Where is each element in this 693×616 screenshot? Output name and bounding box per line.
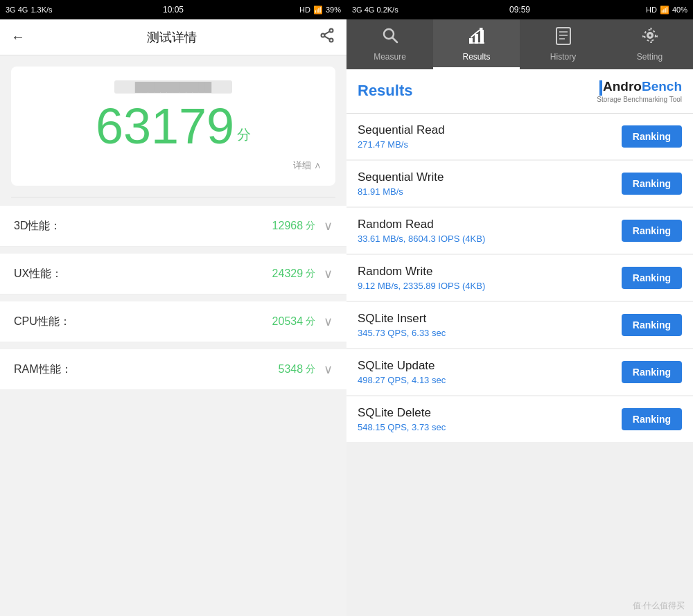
status-bar-right: 3G 4G 0.2K/s 09:59 HD 📶 40%	[346, 0, 693, 19]
right-panel: 3G 4G 0.2K/s 09:59 HD 📶 40% Measure	[346, 0, 693, 616]
perf-item-ux[interactable]: UX性能： 24329 分 ∨	[0, 254, 346, 294]
ranking-btn-sqlite-update[interactable]: Ranking	[622, 361, 682, 383]
perf-label-ram: RAM性能：	[14, 362, 72, 377]
ranking-btn-sqlite-delete[interactable]: Ranking	[622, 408, 682, 430]
androbench-logo: AndroBench Storage Benchmarking Tool	[597, 79, 682, 103]
perf-item-cpu[interactable]: CPU性能： 20534 分 ∨	[0, 301, 346, 342]
share-button[interactable]	[319, 27, 335, 47]
bench-name-seq-write: Sequential Write	[358, 170, 444, 184]
perf-value-cpu: 20534	[272, 315, 304, 328]
bench-name-rand-write: Random Write	[358, 265, 485, 279]
detail-link[interactable]: 详细 ∧	[293, 159, 322, 172]
svg-point-2	[330, 39, 333, 42]
history-icon	[554, 26, 573, 49]
perf-value-ram: 5348	[279, 363, 304, 376]
status-bar-left: 3G 4G 1.3K/s 10:05 HD 📶 39%	[0, 0, 346, 19]
bench-info-seq-write: Sequential Write 81.91 MB/s	[358, 170, 444, 197]
bench-item-seq-write: Sequential Write 81.91 MB/s Ranking	[346, 161, 693, 206]
status-right-items-right: HD 📶 40%	[646, 6, 687, 15]
time-right: 09:59	[509, 5, 530, 15]
ranking-btn-rand-write[interactable]: Ranking	[622, 267, 682, 289]
page-title: 测试详情	[147, 29, 197, 46]
perf-unit-3d: 分	[303, 220, 315, 232]
tab-results[interactable]: Results	[433, 19, 520, 69]
status-left-items-right: 3G 4G 0.2K/s	[352, 6, 398, 14]
svg-rect-8	[475, 34, 478, 44]
back-button[interactable]: ←	[11, 29, 25, 45]
network-right: 3G 4G	[352, 6, 374, 14]
perf-item-ram[interactable]: RAM性能： 5348 分 ∨	[0, 349, 346, 390]
logo-text: AndroBench	[597, 79, 682, 96]
tab-setting-label: Setting	[637, 52, 663, 62]
svg-rect-11	[556, 28, 570, 44]
svg-point-1	[322, 34, 325, 37]
ranking-btn-sqlite-insert[interactable]: Ranking	[622, 314, 682, 336]
ranking-btn-seq-write[interactable]: Ranking	[622, 173, 682, 195]
tab-history[interactable]: History	[520, 19, 606, 69]
svg-point-17	[644, 30, 656, 41]
score-card: ████████████ 63179分 详细 ∧	[11, 67, 335, 186]
device-label: ████████████	[114, 80, 233, 94]
benchmark-list: Sequential Read 271.47 MB/s Ranking Sequ…	[346, 114, 693, 595]
setting-icon	[640, 26, 660, 49]
logo-sub: Storage Benchmarking Tool	[597, 96, 682, 103]
speed-left: 1.3K/s	[30, 6, 52, 14]
watermark-bar: 值·什么值得买	[346, 595, 693, 616]
watermark: 值·什么值得买	[633, 600, 685, 612]
bench-name-rand-read: Random Read	[358, 218, 485, 231]
bench-value-sqlite-insert: 345.73 QPS, 6.33 sec	[358, 328, 446, 338]
perf-unit-ux: 分	[303, 267, 315, 280]
status-left-items: 3G 4G 1.3K/s	[6, 6, 53, 14]
tab-bar: Measure Results	[346, 19, 693, 69]
svg-line-3	[324, 31, 329, 34]
results-header: Results AndroBench Storage Benchmarking …	[346, 69, 693, 114]
status-right-items-left: HD 📶 39%	[299, 6, 341, 15]
tab-measure[interactable]: Measure	[346, 19, 433, 69]
bench-value-sqlite-delete: 548.15 QPS, 3.73 sec	[358, 422, 446, 432]
main-score: 63179	[96, 98, 234, 154]
left-content: ████████████ 63179分 详细 ∧ 3D性能： 12968 分 ∨…	[0, 55, 346, 616]
perf-item-3d[interactable]: 3D性能： 12968 分 ∨	[0, 206, 346, 247]
results-title: Results	[358, 82, 412, 100]
svg-point-0	[330, 29, 333, 33]
hd-right: HD	[646, 6, 657, 14]
score-unit: 分	[237, 127, 251, 142]
perf-value-3d: 12968	[272, 220, 304, 232]
chevron-ram: ∨	[324, 362, 333, 377]
bench-item-rand-write: Random Write 9.12 MB/s, 2335.89 IOPS (4K…	[346, 255, 693, 301]
tab-measure-label: Measure	[374, 52, 406, 62]
chevron-3d: ∨	[324, 218, 333, 234]
results-icon	[467, 26, 486, 49]
top-bar-left: ← 测试详情	[0, 19, 346, 55]
network-indicator-left: 3G 4G	[6, 6, 28, 14]
bench-info-rand-write: Random Write 9.12 MB/s, 2335.89 IOPS (4K…	[358, 265, 485, 291]
perf-unit-ram: 分	[303, 363, 315, 376]
chevron-cpu: ∨	[324, 314, 333, 329]
bench-item-seq-read: Sequential Read 271.47 MB/s Ranking	[346, 114, 693, 159]
bench-name-sqlite-delete: SQLite Delete	[358, 406, 446, 420]
bench-name-seq-read: Sequential Read	[358, 123, 445, 137]
wifi-right: 📶	[660, 6, 669, 15]
bench-item-rand-read: Random Read 33.61 MB/s, 8604.3 IOPS (4KB…	[346, 208, 693, 254]
svg-line-4	[324, 36, 329, 39]
tab-results-label: Results	[462, 52, 490, 62]
tab-setting[interactable]: Setting	[606, 19, 693, 69]
ranking-btn-rand-read[interactable]: Ranking	[622, 220, 682, 242]
bench-info-seq-read: Sequential Read 271.47 MB/s	[358, 123, 445, 150]
perf-value-ux: 24329	[272, 267, 304, 280]
speed-right: 0.2K/s	[376, 6, 398, 14]
time-left: 10:05	[163, 5, 184, 15]
logo-bar	[599, 80, 602, 96]
left-panel: 3G 4G 1.3K/s 10:05 HD 📶 39% ← 测试详情	[0, 0, 346, 616]
bench-item-sqlite-insert: SQLite Insert 345.73 QPS, 6.33 sec Ranki…	[346, 302, 693, 348]
perf-label-ux: UX性能：	[14, 267, 62, 281]
bench-name-sqlite-insert: SQLite Insert	[358, 312, 446, 326]
svg-line-6	[392, 37, 397, 42]
bench-value-rand-write: 9.12 MB/s, 2335.89 IOPS (4KB)	[358, 281, 485, 291]
perf-label-3d: 3D性能：	[14, 219, 61, 234]
main-score-display: 63179分	[96, 99, 251, 154]
chevron-ux: ∨	[324, 266, 333, 281]
ranking-btn-seq-read[interactable]: Ranking	[622, 125, 682, 148]
bench-value-rand-read: 33.61 MB/s, 8604.3 IOPS (4KB)	[358, 234, 485, 244]
perf-label-cpu: CPU性能：	[14, 315, 71, 329]
